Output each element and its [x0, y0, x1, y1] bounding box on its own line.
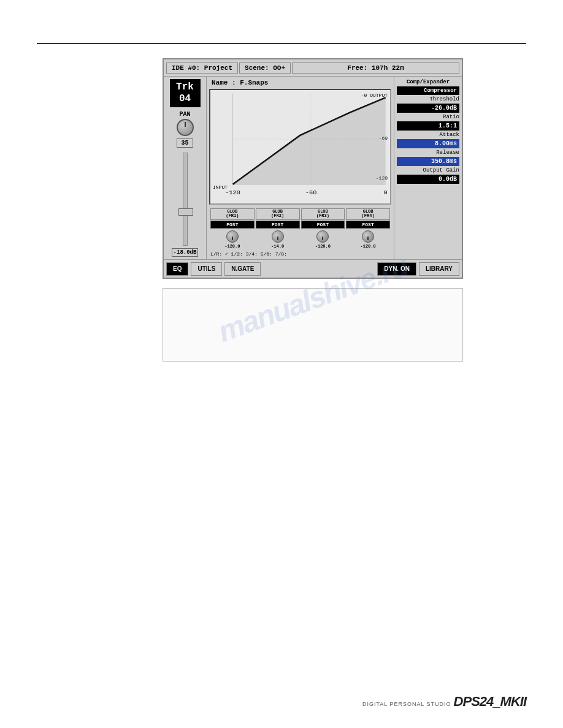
tab-library[interactable]: LIBRARY [419, 262, 459, 276]
ratio-value[interactable]: 1.5:1 [397, 121, 459, 131]
release-label: Release [397, 150, 459, 156]
compressor-graph: -0 OUTPUT -60 -120 INPUT -120 -60 [209, 89, 391, 205]
fader-track[interactable] [183, 153, 188, 246]
free-label: Free: 107h 22m [292, 63, 459, 74]
output-gain-value[interactable]: 0.0dB [397, 175, 459, 184]
tab-eq[interactable]: EQ [166, 262, 188, 276]
glob-btn-2[interactable]: GLOB(FR2) [256, 208, 300, 220]
channel-strip-3: GLOB(FR3) POST -120.0 [301, 208, 345, 249]
glob-btn-1[interactable]: GLOB(FR1) [210, 208, 255, 220]
name-bar: Name : F.Snaps [209, 79, 391, 86]
attack-value[interactable]: 8.00ms [397, 139, 459, 148]
svg-marker-4 [233, 97, 386, 184]
tab-dynon[interactable]: DYN. ON [377, 262, 416, 276]
fader-level: -18.0dB [172, 248, 199, 257]
pan-value: 35 [177, 138, 193, 148]
glob-btn-3[interactable]: GLOB(FR3) [301, 208, 345, 220]
bottom-tabs: EQ UTILS N.GATE DYN. ON LIBRARY [164, 259, 462, 278]
comp-type-btn[interactable]: Compressor [397, 86, 459, 95]
brand-large: DPS24_MKII [454, 694, 526, 710]
svg-text:0: 0 [384, 190, 388, 196]
graph-section: Name : F.Snaps -0 OUTPUT -60 -120 INPUT [207, 77, 394, 259]
ratio-label: Ratio [397, 114, 459, 120]
post-btn-1[interactable]: POST [210, 221, 255, 229]
fader-thumb[interactable] [178, 208, 193, 216]
glob-btn-4[interactable]: GLOB(FR4) [346, 208, 390, 220]
track-section: Trk 04 PAN 35 -18.0dB [164, 77, 207, 259]
strip-knob-3[interactable] [316, 230, 329, 243]
post-btn-2[interactable]: POST [256, 221, 300, 229]
release-value[interactable]: 350.8ms [397, 157, 459, 166]
fader-container: -18.0dB [166, 153, 204, 257]
strip-value-4: -120.0 [361, 244, 376, 249]
note-box [163, 288, 463, 362]
channel-strips: GLOB(FR1) POST -120.0 GLOB(FR2) POST -14… [209, 207, 391, 250]
svg-text:-120: -120 [225, 190, 240, 196]
channel-strip-2: GLOB(FR2) POST -14.0 [256, 208, 300, 249]
svg-text:-60: -60 [305, 190, 317, 196]
channel-strip-4: GLOB(FR4) POST -120.0 [346, 208, 390, 249]
tab-ngate[interactable]: N.GATE [224, 262, 261, 276]
comp-section: Comp/Expander Compressor Threshold -26.0… [394, 77, 462, 259]
threshold-value[interactable]: -26.0dB [397, 104, 459, 113]
channel-strip-1: GLOB(FR1) POST -120.0 [210, 208, 255, 249]
graph-svg: -120 -60 0 [210, 90, 390, 203]
brand-small: DIGITAL PERSONAL STUDIO [362, 701, 451, 707]
scene-label: Scene: OO+ [239, 63, 291, 74]
lr-labels: L/R: ✓ 1/2: 3/4: 5/6: 7/8: [209, 250, 391, 257]
threshold-label: Threshold [397, 96, 459, 102]
top-rule [37, 43, 526, 44]
device-panel: IDE #0: Project Scene: OO+ Free: 107h 22… [163, 58, 463, 279]
strip-value-3: -120.0 [315, 244, 331, 249]
content-area: Trk 04 PAN 35 -18.0dB Name : F.Snaps -0 … [164, 77, 462, 259]
post-btn-4[interactable]: POST [346, 221, 390, 229]
output-gain-label: Output Gain [397, 167, 459, 173]
strip-knob-4[interactable] [362, 230, 374, 243]
strip-knob-2[interactable] [272, 230, 284, 243]
strip-value-2: -14.0 [271, 244, 284, 249]
header-bar: IDE #0: Project Scene: OO+ Free: 107h 22… [164, 59, 462, 77]
post-btn-3[interactable]: POST [301, 221, 345, 229]
comp-title: Comp/Expander [397, 79, 459, 85]
strip-value-1: -120.0 [224, 244, 240, 249]
ide-label: IDE #0: Project [166, 63, 238, 74]
track-label: Trk 04 [170, 79, 201, 107]
pan-label: PAN [179, 111, 190, 118]
brand-logo: DIGITAL PERSONAL STUDIO DPS24_MKII [362, 694, 526, 710]
strip-knob-1[interactable] [226, 230, 239, 243]
attack-label: Attack [397, 132, 459, 138]
tab-utils[interactable]: UTILS [191, 262, 222, 276]
pan-knob[interactable] [177, 119, 194, 136]
